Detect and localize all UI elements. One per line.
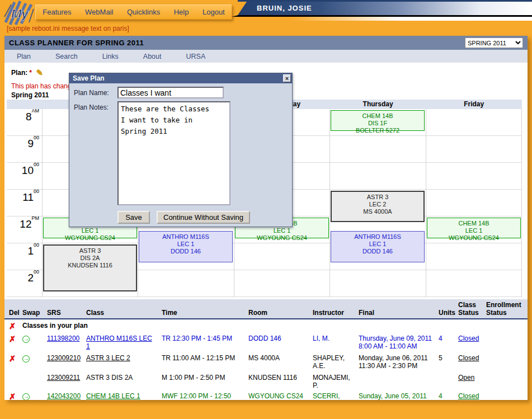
gridline (329, 109, 330, 297)
gridline (521, 109, 522, 297)
swap-icon[interactable]: → (22, 355, 30, 362)
close-icon[interactable]: × (283, 74, 291, 82)
instructor-cell: MONAJEMI, P. (308, 371, 354, 389)
banner-lower-strip (291, 17, 532, 21)
enrollment-status-cell (482, 332, 528, 351)
time-label-10: 1000 (7, 164, 39, 177)
instructor-cell: SHAPLEY, A.E. (308, 351, 354, 371)
col-srs: SRS (43, 299, 82, 319)
planner-header: CLASS PLANNER FOR SPRING 2011 SPRING 201… (4, 36, 528, 50)
table-row-anthro-lec: ✗ → 111398200 ANTHRO M116S LEC 1 TR 12:3… (4, 332, 528, 351)
event-anthro-m116s-thursday[interactable]: ANTHRO M116SLEC 1DODD 146 (331, 231, 425, 262)
event-chem14b-dis1f-thursday[interactable]: CHEM 14BDIS 1FBOELTER 5272 (331, 110, 425, 131)
event-chem14b-lec1-friday[interactable]: CHEM 14BLEC 1WGYOUNG CS24 (427, 218, 521, 238)
subnav-plan[interactable]: Plan (4, 53, 43, 60)
subnav-about[interactable]: About (131, 53, 174, 60)
plan-notes-label: Plan Notes: (74, 103, 109, 111)
dialog-title: Save Plan (73, 74, 105, 82)
continue-without-saving-button[interactable]: Continue Without Saving (157, 211, 250, 224)
event-anthro-m116s-tuesday[interactable]: ANTHRO M116SLEC 1DODD 146 (139, 231, 233, 262)
top-navy-strip (238, 0, 532, 2)
class-status-link[interactable]: Closed (458, 354, 479, 362)
enrollment-status-cell (482, 389, 528, 400)
time-label-2: 200 (7, 272, 39, 284)
time-label-9: 900 (7, 138, 39, 150)
logo-text: My (11, 7, 29, 21)
menu-item-logout[interactable]: Logout (199, 8, 228, 16)
class-cell: ASTR 3 DIS 2A (82, 371, 157, 389)
classes-table: Del Swap SRS Class Time Room Instructor … (4, 299, 528, 400)
delete-icon[interactable]: ✗ (9, 335, 16, 343)
group-label: Classes in your plan (18, 319, 528, 332)
menu-item-webmail[interactable]: WebMail (82, 8, 116, 16)
enrollment-status-cell (482, 371, 528, 389)
enrollment-status-cell (482, 351, 528, 371)
class-status-link[interactable]: Open (458, 374, 474, 382)
units-cell: 5 (434, 351, 454, 371)
top-menu: Features WebMail Quicklinks Help Logout (35, 4, 232, 20)
col-del: Del (4, 299, 18, 319)
plan-name-input[interactable] (117, 87, 224, 98)
col-class: Class (82, 299, 157, 319)
room-cell: KNUDSEN 1116 (244, 371, 308, 389)
time-label-11: 1100 (7, 191, 39, 204)
room-cell: MS 4000A (244, 351, 308, 371)
event-astr3-dis2a-monday[interactable]: ASTR 3DIS 2AKNUDSEN 1116 (43, 244, 137, 291)
table-row-astr-dis: 123009211 ASTR 3 DIS 2A M 1:00 PM - 2:50… (4, 371, 528, 389)
time-cell: M 1:00 PM - 2:50 PM (157, 371, 244, 389)
class-status-link[interactable]: Closed (458, 392, 479, 400)
menu-item-help[interactable]: Help (171, 8, 192, 16)
col-room: Room (244, 299, 308, 319)
units-cell (434, 371, 454, 389)
col-enrollment-status: Enrollment Status (482, 299, 528, 319)
plan-label: Plan: (11, 69, 27, 77)
delete-all-icon[interactable]: ✗ (9, 322, 16, 331)
swap-icon[interactable]: → (22, 393, 30, 400)
col-class-status: Class Status (454, 299, 482, 319)
table-row-astr-lec: ✗ → 123009210 ASTR 3 LEC 2 TR 11:00 AM -… (4, 351, 528, 371)
swap-icon[interactable]: → (22, 336, 30, 343)
srs-link[interactable]: 123009210 (47, 354, 81, 362)
col-units: Units (434, 299, 454, 319)
class-status-link[interactable]: Closed (458, 335, 479, 342)
class-link[interactable]: ASTR 3 LEC 2 (86, 354, 130, 362)
class-link[interactable]: ANTHRO M116S LEC 1 (86, 335, 152, 350)
srs-link[interactable]: 142043200 (47, 392, 81, 400)
gridline (426, 109, 426, 297)
menu-item-quicklinks[interactable]: Quicklinks (124, 8, 163, 16)
final-cell (354, 371, 434, 389)
time-label-1: 100 (7, 245, 39, 257)
col-final: Final (354, 299, 434, 319)
col-time: Time (157, 299, 244, 319)
delete-icon[interactable]: ✗ (9, 354, 16, 363)
subnav-links[interactable]: Links (90, 53, 131, 60)
plan-notes-textarea[interactable]: These are the Classes I want to take in … (117, 101, 230, 205)
gridline (42, 109, 43, 297)
room-cell: WGYOUNG CS24 (244, 389, 308, 400)
units-cell: 4 (434, 332, 454, 351)
subnav-ursa[interactable]: URSA (174, 53, 218, 60)
event-astr3-lec2-thursday[interactable]: ASTR 3LEC 2MS 4000A (331, 191, 425, 222)
class-link[interactable]: CHEM 14B LEC 1 (86, 392, 140, 400)
class-planner-page: My Features WebMail Quicklinks Help Logo… (0, 0, 532, 419)
units-cell: 4 (434, 389, 454, 400)
table-header-row: Del Swap SRS Class Time Room Instructor … (4, 299, 528, 319)
save-plan-dialog: Save Plan × Plan Name: Plan Notes: These… (69, 73, 293, 227)
subnav-search[interactable]: Search (43, 53, 90, 60)
srs-link[interactable]: 123009211 (47, 374, 80, 382)
myucla-logo[interactable]: My (2, 0, 36, 27)
save-button[interactable]: Save (117, 211, 150, 224)
menu-item-features[interactable]: Features (39, 8, 74, 16)
col-instructor: Instructor (308, 299, 354, 319)
time-cell: TR 12:30 PM - 1:45 PM (157, 332, 244, 351)
page-title: CLASS PLANNER FOR SPRING 2011 (9, 39, 144, 47)
planner-subnav: Plan Search Links About URSA (4, 50, 528, 63)
edit-pencil-icon[interactable]: ✎ (36, 68, 43, 77)
instructor-cell: LI, M. (308, 332, 354, 351)
term-select[interactable]: SPRING 2011 (465, 37, 523, 48)
srs-link[interactable]: 111398200 (47, 335, 79, 342)
delete-icon[interactable]: ✗ (9, 392, 16, 400)
time-label-12pm: 12PM (7, 218, 39, 230)
instructor-cell: SCERRI, E.R. (308, 389, 354, 400)
dialog-title-bar[interactable]: Save Plan × (69, 73, 292, 83)
